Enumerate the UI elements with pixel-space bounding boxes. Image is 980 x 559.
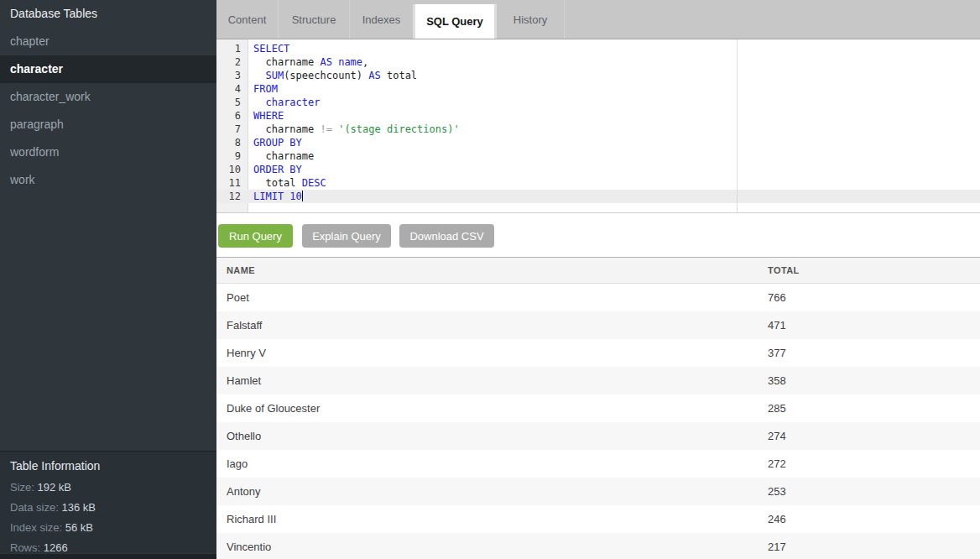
code-token: WHERE <box>253 110 284 122</box>
line-number: 7 <box>216 123 248 136</box>
line-number: 9 <box>216 149 248 163</box>
code-text: SUM(speechcount) AS total <box>248 69 417 82</box>
code-token: LIMIT 10 <box>253 191 302 202</box>
results-rows: Poet766Falstaff471Henry V377Hamlet358Duk… <box>216 284 980 559</box>
line-number: 5 <box>216 96 248 109</box>
cell-total: 217 <box>768 533 980 559</box>
code-line: 6WHERE <box>216 109 980 123</box>
code-line: 9 charname <box>216 149 980 163</box>
line-number: 6 <box>216 109 248 123</box>
sidebar-item-wordform[interactable]: wordform <box>0 138 216 166</box>
cell-total: 285 <box>768 394 980 422</box>
info-value: 1266 <box>44 541 68 554</box>
table-row[interactable]: Falstaff471 <box>216 311 980 339</box>
sidebar-item-character-work[interactable]: character_work <box>0 83 216 111</box>
main-panel: ContentStructureIndexesSQL QueryHistory … <box>216 0 980 559</box>
query-toolbar: Run Query Explain Query Download CSV <box>216 213 980 257</box>
cell-total: 246 <box>768 505 980 533</box>
sidebar-bottom-strip <box>0 554 216 559</box>
table-row[interactable]: Richard III246 <box>216 505 980 533</box>
info-label: Index size: <box>10 521 65 534</box>
sidebar-title: Database Tables <box>0 0 216 28</box>
tab-history[interactable]: History <box>497 0 565 39</box>
code-token: AS <box>320 56 331 68</box>
code-line: 12LIMIT 10 <box>216 190 980 203</box>
sql-editor[interactable]: 1SELECT2 charname AS name,3 SUM(speechco… <box>216 39 980 213</box>
table-info-title: Table Information <box>0 452 216 478</box>
tab-sql-query[interactable]: SQL Query <box>413 4 497 39</box>
info-label: Data size: <box>10 501 61 514</box>
results-table: NAMETOTAL Poet766Falstaff471Henry V377Ha… <box>216 257 980 559</box>
info-value: 136 kB <box>61 501 95 514</box>
line-number: 10 <box>216 163 248 176</box>
code-token: AS <box>368 70 380 81</box>
cell-name: Henry V <box>216 339 768 367</box>
sidebar-item-character[interactable]: character <box>0 55 216 83</box>
code-line: 7 charname != '(stage directions)' <box>216 123 980 136</box>
run-query-button[interactable]: Run Query <box>218 224 293 248</box>
code-text: charname <box>248 149 314 163</box>
code-token: '(stage directions)' <box>338 123 460 135</box>
code-line: 5 character <box>216 96 980 109</box>
code-token <box>253 97 265 108</box>
table-row[interactable]: Antony253 <box>216 478 980 505</box>
table-info-panel: Table Information Size: 192 kBData size:… <box>0 451 216 553</box>
cell-total: 377 <box>768 339 980 367</box>
tab-content[interactable]: Content <box>216 0 279 39</box>
cell-name: Duke of Gloucester <box>216 394 768 422</box>
code-token: != <box>320 123 331 135</box>
sidebar-item-work[interactable]: work <box>0 166 216 194</box>
cell-name: Antony <box>216 478 768 505</box>
sidebar-item-paragraph[interactable]: paragraph <box>0 111 216 138</box>
table-row[interactable]: Othello274 <box>216 422 980 450</box>
tab-bar: ContentStructureIndexesSQL QueryHistory <box>216 0 980 39</box>
code-token: total <box>381 70 417 81</box>
code-text: character <box>248 96 320 109</box>
code-token: SUM <box>265 70 284 81</box>
code-text: GROUP BY <box>248 136 302 149</box>
cell-name: Vincentio <box>216 533 768 559</box>
cell-name: Richard III <box>216 505 768 533</box>
code-token: ORDER BY <box>253 164 302 175</box>
cell-name: Falstaff <box>216 311 768 339</box>
code-token: total <box>253 177 302 189</box>
tab-structure[interactable]: Structure <box>279 0 350 39</box>
results-header-row: NAMETOTAL <box>216 258 980 284</box>
code-line: 2 charname AS name, <box>216 55 980 69</box>
download-csv-button[interactable]: Download CSV <box>399 224 494 248</box>
code-token: SELECT <box>253 43 289 55</box>
code-text: ORDER BY <box>248 163 302 176</box>
table-row[interactable]: Duke of Gloucester285 <box>216 394 980 422</box>
code-token: charname <box>253 56 320 68</box>
line-number: 12 <box>216 190 248 203</box>
sidebar-item-chapter[interactable]: chapter <box>0 28 216 55</box>
code-line: 3 SUM(speechcount) AS total <box>216 69 980 82</box>
code-text: LIMIT 10 <box>248 190 303 203</box>
table-row[interactable]: Henry V377 <box>216 339 980 367</box>
pane-divider[interactable] <box>737 39 738 212</box>
table-row[interactable]: Iago272 <box>216 450 980 478</box>
line-number: 4 <box>216 82 248 96</box>
line-number: 3 <box>216 69 248 82</box>
column-header-total: TOTAL <box>768 258 980 283</box>
line-number: 1 <box>216 42 248 55</box>
cell-name: Hamlet <box>216 367 768 394</box>
table-row[interactable]: Poet766 <box>216 284 980 311</box>
code-token: DESC <box>302 177 326 189</box>
code-token: GROUP BY <box>253 137 302 149</box>
explain-query-button[interactable]: Explain Query <box>302 224 391 248</box>
cell-total: 272 <box>768 450 980 478</box>
code-line: 4FROM <box>216 82 980 96</box>
cell-total: 358 <box>768 367 980 394</box>
code-text: charname != '(stage directions)' <box>248 123 460 136</box>
table-row[interactable]: Hamlet358 <box>216 367 980 394</box>
cell-name: Iago <box>216 450 768 478</box>
info-value: 192 kB <box>38 481 71 494</box>
code-line: 1SELECT <box>216 42 980 55</box>
table-list: chaptercharactercharacter_workparagraphw… <box>0 28 216 194</box>
code-token: character <box>265 97 320 108</box>
tab-indexes[interactable]: Indexes <box>350 0 413 39</box>
line-number: 11 <box>216 176 248 190</box>
table-row[interactable]: Vincentio217 <box>216 533 980 559</box>
code-lines: 1SELECT2 charname AS name,3 SUM(speechco… <box>216 39 980 203</box>
